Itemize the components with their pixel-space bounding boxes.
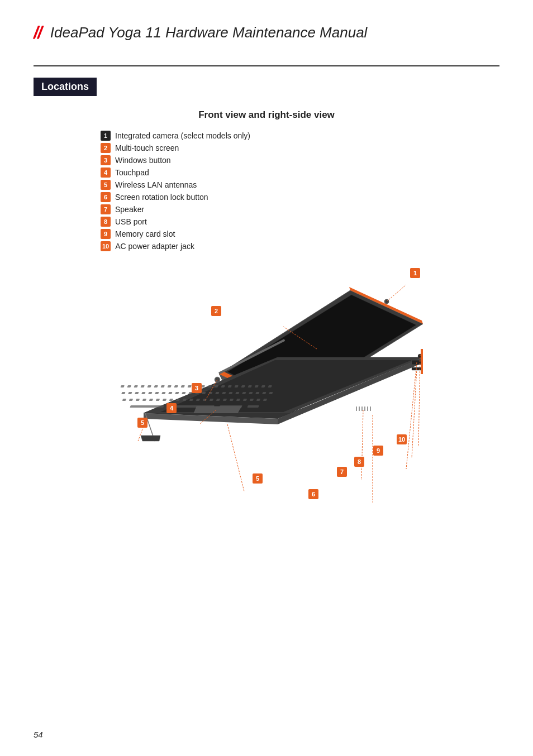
svg-rect-57 [142, 399, 146, 401]
component-list: 1Integrated camera (select models only)2… [101, 131, 499, 251]
list-item: 9Memory card slot [101, 229, 499, 239]
svg-rect-35 [148, 392, 152, 394]
callout-1: 1 [410, 268, 420, 278]
list-item: 3Windows button [101, 155, 499, 165]
component-badge: 2 [101, 143, 111, 153]
callout-5b: 5 [253, 473, 263, 484]
callout-4: 4 [166, 403, 177, 413]
svg-line-101 [387, 285, 406, 302]
section-header: Locations [34, 78, 499, 109]
svg-rect-37 [161, 392, 165, 394]
component-badge: 4 [101, 168, 111, 178]
svg-rect-38 [168, 392, 172, 394]
svg-rect-40 [182, 392, 185, 394]
svg-rect-60 [163, 399, 166, 401]
component-badge: 6 [101, 192, 111, 202]
component-label: USB port [115, 217, 147, 226]
callout-5a: 5 [137, 418, 147, 428]
component-badge: 8 [101, 217, 111, 227]
svg-rect-13 [154, 385, 158, 387]
callout-8: 8 [354, 457, 364, 467]
diagram-container: 1 2 3 4 5 5 6 7 8 9 10 [34, 262, 499, 530]
section-divider [34, 65, 499, 66]
svg-line-109 [406, 362, 417, 469]
svg-rect-85 [359, 406, 360, 411]
svg-marker-80 [194, 406, 241, 413]
svg-rect-58 [149, 399, 153, 401]
svg-rect-84 [356, 406, 357, 411]
page-number: 54 [34, 730, 43, 739]
list-item: 7Speaker [101, 204, 499, 214]
svg-rect-31 [121, 392, 125, 394]
svg-rect-86 [361, 406, 363, 411]
page-header: // IdeaPad Yoga 11 Hardware Maintenance … [34, 22, 499, 43]
logo: // [34, 22, 41, 43]
svg-rect-34 [141, 392, 145, 394]
component-badge: 7 [101, 204, 111, 214]
list-item: 5Wireless LAN antennas [101, 180, 499, 190]
component-badge: 10 [101, 241, 111, 251]
component-label: Screen rotation lock button [115, 193, 208, 202]
svg-rect-18 [187, 385, 191, 387]
svg-rect-39 [175, 392, 179, 394]
list-item: 8USB port [101, 217, 499, 227]
component-badge: 5 [101, 180, 111, 190]
svg-rect-87 [364, 406, 365, 411]
svg-rect-9 [127, 385, 131, 387]
svg-rect-89 [370, 406, 371, 411]
svg-rect-11 [140, 385, 144, 387]
component-label: Multi-touch screen [115, 143, 179, 152]
subsection-title: Front view and right-side view [34, 109, 499, 121]
list-item: 10AC power adapter jack [101, 241, 499, 251]
callout-6: 6 [308, 489, 318, 499]
svg-line-106 [227, 424, 244, 491]
svg-marker-93 [421, 349, 423, 374]
component-badge: 9 [101, 229, 111, 239]
svg-rect-61 [169, 399, 173, 401]
svg-rect-56 [136, 399, 140, 401]
logo-slashes: // [34, 22, 41, 43]
svg-line-108 [361, 410, 363, 480]
component-label: Integrated camera (select models only) [115, 131, 250, 140]
svg-rect-79 [247, 405, 259, 408]
svg-rect-88 [367, 406, 368, 411]
laptop-diagram [110, 262, 423, 519]
svg-rect-17 [180, 385, 184, 387]
list-item: 1Integrated camera (select models only) [101, 131, 499, 141]
component-label: Wireless LAN antennas [115, 180, 197, 189]
svg-rect-76 [130, 405, 164, 408]
svg-rect-36 [155, 392, 159, 394]
svg-rect-59 [156, 399, 160, 401]
component-label: Memory card slot [115, 229, 175, 238]
page: // IdeaPad Yoga 11 Hardware Maintenance … [0, 0, 533, 756]
component-label: Windows button [115, 156, 171, 165]
component-badge: 3 [101, 155, 111, 165]
svg-rect-32 [128, 392, 132, 394]
list-item: 6Screen rotation lock button [101, 192, 499, 202]
svg-line-110 [412, 369, 417, 458]
list-item: 4Touchpad [101, 168, 499, 178]
callout-3: 3 [192, 383, 202, 393]
component-label: Touchpad [115, 168, 149, 177]
callout-2: 2 [211, 306, 221, 316]
svg-rect-33 [135, 392, 139, 394]
list-item: 2Multi-touch screen [101, 143, 499, 153]
svg-rect-54 [122, 399, 126, 401]
svg-rect-12 [147, 385, 151, 387]
manual-title: IdeaPad Yoga 11 Hardware Maintenance Man… [50, 24, 368, 41]
component-badge: 1 [101, 131, 111, 141]
callout-7: 7 [337, 467, 347, 477]
svg-rect-55 [129, 399, 133, 401]
svg-marker-100 [141, 436, 160, 441]
svg-rect-15 [167, 385, 171, 387]
svg-rect-10 [134, 385, 137, 387]
component-label: AC power adapter jack [115, 242, 194, 251]
callout-10: 10 [397, 434, 407, 444]
component-label: Speaker [115, 205, 144, 214]
callout-9: 9 [373, 446, 383, 456]
svg-rect-16 [174, 385, 178, 387]
svg-rect-14 [160, 385, 164, 387]
svg-rect-8 [120, 385, 124, 387]
